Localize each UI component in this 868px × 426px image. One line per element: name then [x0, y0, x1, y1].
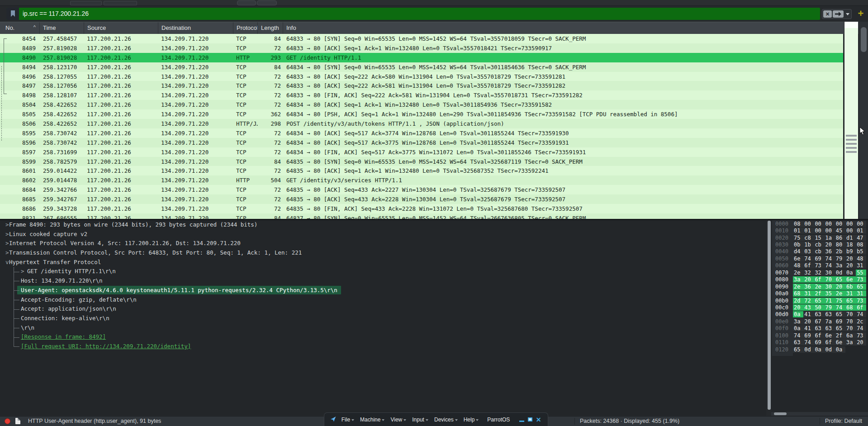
packet-row[interactable]: 8489257.819028117.200.21.26134.209.71.22…	[0, 43, 843, 53]
hex-byte[interactable]: 0b	[793, 241, 803, 248]
packet-row[interactable]: 8496258.127055117.200.21.26134.209.71.22…	[0, 72, 843, 81]
hex-byte[interactable]: 01	[803, 227, 814, 234]
detail-tree-item[interactable]: vHypertext Transfer Protocol	[0, 258, 766, 267]
hex-byte[interactable]: 48	[793, 262, 803, 269]
column-header-destination[interactable]: Destination	[158, 22, 233, 34]
hex-byte[interactable]: 32	[814, 270, 824, 276]
hex-byte[interactable]: 74	[803, 256, 814, 262]
packet-row[interactable]: 8505258.422652117.200.21.26134.209.71.22…	[0, 109, 843, 119]
hex-byte[interactable]: 69	[814, 256, 824, 262]
hex-byte[interactable]: 6e	[835, 339, 845, 346]
detail-tree-item[interactable]: >Linux cooked capture v2	[0, 230, 766, 239]
hex-byte[interactable]: 63	[825, 311, 835, 317]
detail-tree-item[interactable]: [Response in frame: 8492]	[0, 332, 766, 342]
hex-byte[interactable]: 6b	[845, 284, 856, 290]
hex-byte[interactable]: cb	[814, 248, 824, 255]
hex-byte[interactable]: 73	[856, 298, 866, 304]
detail-tree-item[interactable]: \r\n	[0, 323, 766, 333]
column-header-info[interactable]: Info	[283, 22, 868, 34]
vbox-menu-view[interactable]: View	[390, 417, 406, 423]
packet-row[interactable]: 8601259.014422117.200.21.26134.209.71.22…	[0, 166, 843, 175]
packet-row[interactable]: 8686259.343728117.200.21.26134.209.71.22…	[0, 204, 843, 213]
collapsed-caret-icon[interactable]: >	[0, 220, 9, 230]
vbox-menu-file[interactable]: File	[342, 417, 354, 423]
hex-byte[interactable]: 2d	[793, 298, 803, 304]
hex-byte[interactable]: 65	[835, 311, 845, 317]
capture-file-icon[interactable]	[15, 418, 20, 424]
hex-byte[interactable]: 2e	[814, 284, 824, 290]
hex-byte[interactable]: 65	[835, 276, 845, 283]
hex-byte[interactable]: 65	[856, 284, 866, 290]
display-filter-input[interactable]: ip.src == 117.200.21.26	[6, 8, 820, 20]
packet-row[interactable]: 8506258.422652117.200.21.26134.209.71.22…	[0, 119, 843, 128]
detail-tree-item[interactable]: >Transmission Control Protocol, Src Port…	[0, 248, 766, 258]
hex-byte[interactable]: 73	[856, 332, 866, 339]
hex-byte[interactable]: 73	[856, 276, 866, 283]
hex-byte[interactable]: 69	[803, 332, 814, 339]
filter-apply-button[interactable]	[833, 10, 844, 18]
hex-byte[interactable]: 30	[825, 284, 835, 290]
hex-byte[interactable]: 2e	[793, 270, 803, 276]
hex-byte[interactable]: 31	[856, 262, 866, 269]
packet-row[interactable]: 8821267.686555117.200.21.26134.209.71.22…	[0, 213, 843, 219]
hex-byte[interactable]: 6f	[814, 276, 824, 283]
hex-byte[interactable]: 30	[825, 270, 835, 276]
hex-byte[interactable]: 6a	[845, 332, 856, 339]
hex-byte[interactable]: 48	[856, 256, 866, 262]
packet-list-vertical-scrollbar[interactable]	[859, 22, 868, 219]
hex-byte[interactable]: d1	[845, 235, 856, 241]
hex-byte[interactable]: 63	[825, 325, 835, 331]
hex-byte[interactable]: 6f	[825, 339, 835, 346]
collapsed-caret-icon[interactable]: >	[0, 248, 9, 258]
packet-row[interactable]: 8504258.422652117.200.21.26134.209.71.22…	[0, 100, 843, 109]
hex-byte[interactable]: 32	[803, 270, 814, 276]
hex-byte[interactable]: 0a	[793, 325, 803, 331]
hex-byte[interactable]: 20	[825, 241, 835, 248]
detail-tree-item[interactable]: User-Agent: openstacksdk/4.6.0 keystonea…	[0, 286, 766, 295]
filter-clear-button[interactable]: ✕	[823, 10, 832, 18]
hex-byte[interactable]: 00	[845, 227, 856, 234]
packet-row[interactable]: 8602259.014478117.200.21.26134.209.71.22…	[0, 175, 843, 185]
hex-byte[interactable]: 7a	[825, 318, 835, 325]
hex-byte[interactable]: 35	[825, 290, 835, 297]
hex-byte[interactable]: 00	[814, 227, 824, 234]
hex-byte[interactable]: 2e	[793, 284, 803, 290]
hex-byte[interactable]: 74	[793, 332, 803, 339]
hex-byte[interactable]: 20	[803, 318, 814, 325]
hex-byte[interactable]: 70	[845, 311, 856, 317]
hex-byte[interactable]: 3a	[793, 276, 803, 283]
column-header-time[interactable]: Time	[40, 22, 84, 34]
hex-byte[interactable]: 86	[835, 235, 845, 241]
hex-byte[interactable]: 74	[825, 256, 835, 262]
hex-byte[interactable]: 74	[825, 262, 835, 269]
detail-tree-item[interactable]: >Frame 8490: 293 bytes on wire (2344 bit…	[0, 220, 766, 230]
expert-info-icon[interactable]	[5, 418, 10, 424]
filter-add-button[interactable]: +	[855, 8, 867, 20]
detail-tree-item[interactable]: Connection: keep-alive\r\n	[0, 314, 766, 323]
hex-byte[interactable]: 68	[793, 290, 803, 297]
hex-byte[interactable]: 43	[803, 304, 814, 311]
detail-tree-item[interactable]: Host: 134.209.71.220\r\n	[0, 276, 766, 286]
detail-tree-item[interactable]: Accept-Encoding: gzip, deflate\r\n	[0, 295, 766, 305]
hex-byte[interactable]: 70	[845, 318, 856, 325]
hex-byte[interactable]: cb	[814, 241, 824, 248]
hex-byte[interactable]: 69	[835, 318, 845, 325]
hex-byte[interactable]: 0a	[814, 346, 824, 353]
packet-row[interactable]: 8596258.730742117.200.21.26134.209.71.22…	[0, 138, 843, 147]
hex-byte[interactable]: 08	[856, 241, 866, 248]
hex-byte[interactable]: 20	[845, 262, 856, 269]
hex-byte[interactable]: 0d	[835, 270, 845, 276]
vbox-close-button[interactable]: ✕	[536, 416, 541, 423]
hex-byte[interactable]: 2f	[814, 290, 824, 297]
detail-tree-item[interactable]: [Full request URI: http://134.209.71.220…	[0, 342, 766, 351]
filter-dropdown-caret[interactable]	[846, 13, 849, 15]
hex-byte[interactable]: 00	[856, 221, 866, 227]
column-header-source[interactable]: Source	[84, 22, 158, 34]
hex-byte[interactable]: 0a	[835, 346, 845, 353]
hex-byte[interactable]: 31	[845, 290, 856, 297]
hex-byte[interactable]: 70	[825, 276, 835, 283]
scrollbar-thumb[interactable]	[861, 27, 867, 52]
hex-byte[interactable]: 03	[803, 248, 814, 255]
hex-byte[interactable]: 0a	[845, 270, 856, 276]
hex-byte[interactable]: 00	[845, 221, 856, 227]
